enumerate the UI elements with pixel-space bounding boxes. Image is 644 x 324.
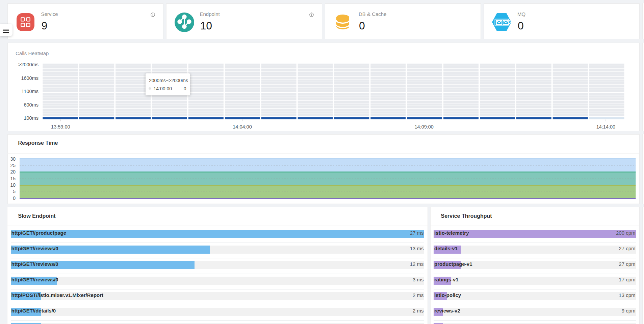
svg-text:15: 15 xyxy=(10,176,16,181)
svg-text:5: 5 xyxy=(13,189,16,194)
svg-text:0: 0 xyxy=(13,195,16,201)
svg-text:30: 30 xyxy=(10,156,16,162)
svg-text:25: 25 xyxy=(10,163,16,168)
svg-text:20: 20 xyxy=(10,169,16,175)
svg-text:10: 10 xyxy=(10,182,16,188)
